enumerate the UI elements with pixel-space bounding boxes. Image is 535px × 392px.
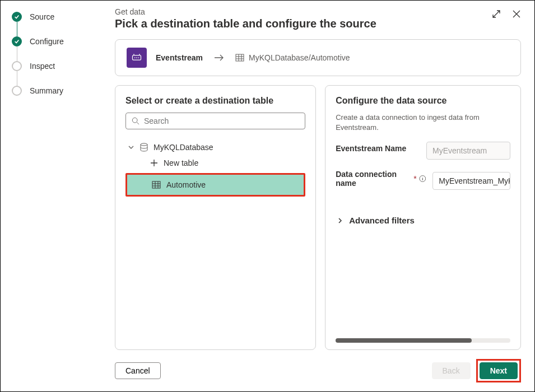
- search-field[interactable]: [144, 116, 299, 125]
- destination-table-panel: Select or create a destination table MyK…: [115, 85, 316, 350]
- step-configure[interactable]: Configure: [12, 36, 101, 46]
- info-icon[interactable]: [419, 175, 426, 183]
- tree-table-row[interactable]: Automotive: [127, 175, 304, 195]
- step-source[interactable]: Source: [12, 12, 101, 22]
- database-name: MyKQLDatabase: [153, 143, 213, 152]
- table-name: Automotive: [166, 180, 206, 189]
- panel-title: Select or create a destination table: [125, 96, 305, 106]
- horizontal-scrollbar[interactable]: [336, 338, 510, 343]
- stepper-sidebar: Source Configure Inspect Summary: [1, 1, 101, 391]
- connection-name-label: Data connection name *: [336, 170, 426, 188]
- eventstream-name-input: MyEventstream: [426, 142, 510, 160]
- header-breadcrumb: Get data: [115, 7, 376, 16]
- chevron-right-icon: [337, 217, 343, 224]
- step-inspect[interactable]: Inspect: [12, 61, 101, 71]
- table-icon: [235, 53, 244, 62]
- svg-point-5: [141, 143, 147, 146]
- check-icon: [12, 12, 22, 22]
- circle-icon: [12, 61, 22, 71]
- plus-icon: [150, 159, 158, 167]
- search-icon: [132, 117, 139, 125]
- breadcrumb-destination: MyKQLDatabase/Automotive: [249, 53, 350, 62]
- svg-rect-3: [236, 54, 244, 61]
- panel-subtitle: Create a data connection to ingest data …: [336, 113, 510, 133]
- svg-rect-6: [152, 181, 160, 188]
- advanced-filters-label: Advanced filters: [349, 216, 415, 225]
- svg-point-1: [133, 54, 134, 55]
- connection-name-input[interactable]: MyEventstream_MyKQ: [432, 172, 510, 190]
- arrow-right-icon: [214, 54, 224, 62]
- panel-title: Configure the data source: [336, 96, 510, 106]
- next-button[interactable]: Next: [480, 362, 518, 379]
- expand-icon[interactable]: [492, 10, 501, 18]
- advanced-filters-toggle[interactable]: Advanced filters: [351, 216, 510, 225]
- svg-point-2: [139, 54, 140, 55]
- selected-table-highlight: Automotive: [125, 173, 305, 197]
- search-input[interactable]: [125, 113, 305, 129]
- breadcrumb-source: Eventstream: [156, 53, 203, 62]
- page-title: Pick a destination table and configure t…: [115, 17, 376, 30]
- eventstream-name-value: MyEventstream: [432, 146, 487, 155]
- svg-point-4: [132, 118, 137, 123]
- step-label: Source: [30, 12, 54, 21]
- back-button: Back: [432, 362, 471, 379]
- connection-name-value: MyEventstream_MyKQ: [439, 176, 510, 185]
- source-destination-breadcrumb: Eventstream MyKQLDatabase/Automotive: [115, 39, 521, 76]
- configure-source-panel: Configure the data source Create a data …: [325, 85, 521, 350]
- eventstream-icon: [127, 48, 147, 68]
- required-asterisk: *: [413, 174, 416, 183]
- database-icon: [140, 143, 148, 152]
- step-label: Inspect: [30, 62, 55, 71]
- step-label: Configure: [30, 37, 64, 46]
- next-button-highlight: Next: [476, 359, 521, 382]
- tree-database-row[interactable]: MyKQLDatabase: [125, 139, 305, 155]
- circle-icon: [12, 86, 22, 96]
- step-label: Summary: [30, 86, 63, 95]
- eventstream-name-label: Eventstream Name: [336, 144, 406, 153]
- new-table-label: New table: [164, 158, 198, 167]
- chevron-down-icon: [128, 144, 134, 151]
- check-icon: [12, 36, 22, 46]
- cancel-button[interactable]: Cancel: [115, 362, 161, 379]
- table-icon: [152, 180, 161, 189]
- step-summary[interactable]: Summary: [12, 86, 101, 96]
- close-icon[interactable]: [512, 10, 521, 18]
- new-table-row[interactable]: New table: [125, 155, 305, 171]
